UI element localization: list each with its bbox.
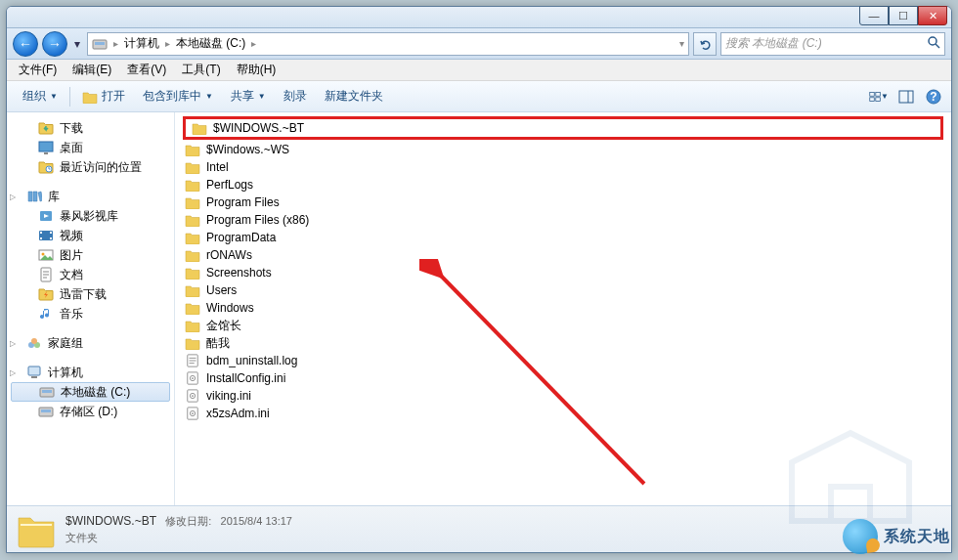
sidebar-lib-label: 暴风影视库: [60, 208, 118, 225]
file-row[interactable]: ProgramData: [183, 229, 943, 246]
file-row[interactable]: InstallConfig.ini: [183, 369, 943, 387]
desktop-icon: [38, 140, 54, 155]
file-name: viking.ini: [206, 389, 251, 403]
sidebar-lib-label: 音乐: [60, 306, 83, 323]
folder-icon: [185, 178, 200, 192]
preview-pane-button[interactable]: [896, 87, 916, 107]
sidebar-homegroup[interactable]: 家庭组: [7, 333, 174, 353]
sidebar-drive[interactable]: 存储区 (D:): [7, 402, 174, 421]
drive-icon: [39, 384, 55, 400]
details-pane: $WINDOWS.~BT 修改日期: 2015/8/4 13:17 文件夹: [7, 505, 951, 552]
svg-rect-21: [39, 142, 53, 151]
sidebar-fav-label: 下载: [60, 120, 83, 137]
file-name: Program Files: [206, 195, 280, 209]
sidebar-lib-label: 文档: [60, 267, 83, 283]
addressbar-dropdown-icon[interactable]: ▾: [679, 38, 684, 49]
download-icon: [38, 120, 54, 136]
file-row[interactable]: 酷我: [183, 334, 943, 352]
breadcrumb-computer[interactable]: 计算机: [124, 35, 159, 52]
globe-icon: [843, 519, 878, 554]
sidebar-fav-download[interactable]: 下载: [7, 118, 174, 138]
menu-view[interactable]: 查看(V): [121, 60, 172, 80]
sidebar-fav-recent[interactable]: 最近访问的位置: [7, 157, 174, 177]
sidebar-lib-video[interactable]: 视频: [7, 226, 174, 245]
file-row[interactable]: PerfLogs: [183, 176, 943, 194]
menu-edit[interactable]: 编辑(E): [66, 60, 117, 80]
drive-icon: [38, 404, 54, 419]
addressbar[interactable]: ▸ 计算机 ▸ 本地磁盘 (C:) ▸ ▾: [87, 32, 689, 56]
file-row[interactable]: Users: [183, 281, 943, 299]
menu-file[interactable]: 文件(F): [13, 60, 63, 80]
sidebar-lib-video-lib[interactable]: 暴风影视库: [7, 206, 174, 226]
file-row[interactable]: Program Files: [183, 194, 943, 211]
documents-icon: [38, 267, 54, 282]
back-button[interactable]: ←: [13, 31, 38, 57]
share-button[interactable]: 共享▼: [223, 84, 274, 108]
svg-rect-28: [50, 232, 52, 234]
forward-button[interactable]: →: [42, 31, 67, 57]
menu-help[interactable]: 帮助(H): [231, 60, 283, 80]
ini-icon: [185, 389, 200, 403]
view-mode-button[interactable]: ▼: [869, 87, 889, 107]
toolbar: 组织▼ 打开 包含到库中▼ 共享▼ 刻录 新建文件夹 ▼: [7, 81, 951, 112]
file-row[interactable]: bdm_uninstall.log: [183, 352, 943, 369]
sidebar-fav-label: 桌面: [60, 140, 83, 156]
file-row[interactable]: $Windows.~WS: [183, 141, 943, 158]
watermark: 系统天地: [843, 519, 950, 554]
file-row[interactable]: viking.ini: [183, 387, 943, 405]
folder-icon: [185, 231, 200, 244]
sidebar-libraries-label: 库: [48, 189, 60, 205]
sidebar-libraries-header[interactable]: 库: [7, 187, 174, 206]
search-input[interactable]: 搜索 本地磁盘 (C:): [720, 32, 945, 56]
file-row[interactable]: Program Files (x86): [183, 211, 943, 229]
thunder-icon: [38, 286, 54, 302]
library-icon: [26, 189, 42, 204]
burn-button[interactable]: 刻录: [276, 84, 315, 108]
include-library-button[interactable]: 包含到库中▼: [135, 84, 221, 108]
svg-rect-17: [870, 97, 875, 101]
file-row[interactable]: x5zsAdm.ini: [183, 405, 943, 422]
maximize-button[interactable]: ☐: [889, 6, 918, 25]
organize-button[interactable]: 组织▼: [15, 84, 65, 108]
file-row[interactable]: Intel: [183, 158, 943, 176]
file-name: Screenshots: [206, 266, 272, 280]
sidebar-lib-music[interactable]: 音乐: [7, 304, 174, 323]
search-icon[interactable]: [927, 35, 940, 52]
help-button[interactable]: [924, 87, 943, 107]
breadcrumb-drive[interactable]: 本地磁盘 (C:): [176, 35, 245, 52]
details-type: 文件夹: [65, 531, 292, 545]
sidebar-drive[interactable]: 本地磁盘 (C:): [11, 382, 170, 402]
sidebar-fav-desktop[interactable]: 桌面: [7, 138, 174, 157]
svg-rect-27: [40, 237, 42, 239]
minimize-button[interactable]: —: [859, 6, 889, 25]
sidebar-lib-label: 视频: [60, 228, 83, 244]
open-button[interactable]: 打开: [74, 84, 133, 108]
file-row[interactable]: rONAWs: [183, 246, 943, 264]
ini-icon: [185, 407, 200, 420]
file-row[interactable]: 金馆长: [183, 317, 943, 334]
history-dropdown[interactable]: ▾: [71, 31, 83, 57]
sidebar-homegroup-label: 家庭组: [48, 335, 83, 352]
ini-icon: [185, 371, 200, 385]
sidebar-computer[interactable]: 计算机: [7, 363, 174, 382]
drive-icon: [92, 36, 108, 52]
recent-icon: [38, 159, 54, 175]
svg-rect-19: [899, 91, 913, 103]
file-row[interactable]: Windows: [183, 299, 943, 317]
file-name: x5zsAdm.ini: [206, 407, 270, 420]
titlebar: — ☐ ✕: [7, 7, 951, 28]
svg-rect-29: [50, 237, 52, 239]
file-name: rONAWs: [206, 248, 252, 262]
menu-tools[interactable]: 工具(T): [176, 60, 226, 80]
file-row[interactable]: Screenshots: [183, 264, 943, 281]
close-button[interactable]: ✕: [918, 6, 947, 25]
sidebar-lib-thunder[interactable]: 迅雷下载: [7, 284, 174, 304]
sidebar-lib-documents[interactable]: 文档: [7, 265, 174, 284]
newfolder-button[interactable]: 新建文件夹: [317, 84, 391, 108]
folder-icon: [185, 248, 200, 262]
file-row[interactable]: $WINDOWS.~BT: [183, 116, 943, 140]
folder-icon: [185, 213, 200, 227]
sidebar-fav-label: 最近访问的位置: [60, 159, 142, 176]
refresh-button[interactable]: [693, 32, 717, 56]
sidebar-lib-pictures[interactable]: 图片: [7, 245, 174, 265]
